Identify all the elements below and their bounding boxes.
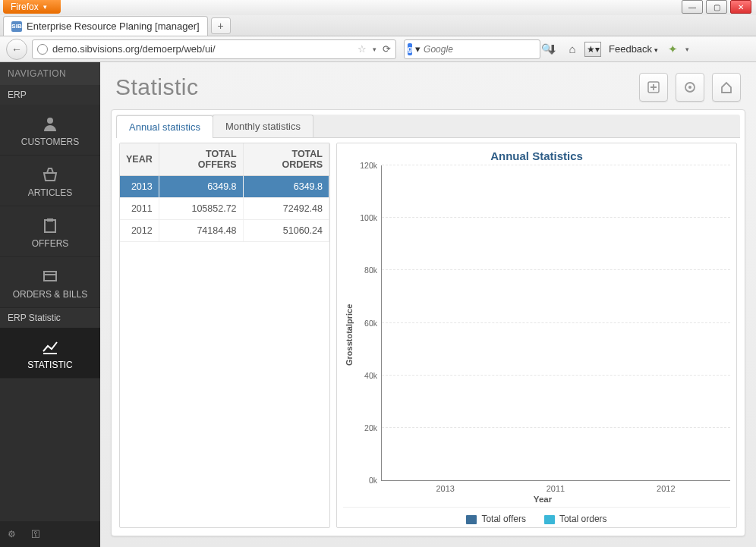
add-button[interactable]: [639, 73, 668, 102]
browser-tab-title: Enterprise Resource Planing [manager]: [27, 20, 200, 32]
addon-dropdown-icon[interactable]: ▾: [685, 46, 689, 53]
tab-favicon-icon: SIB: [11, 21, 22, 32]
customers-icon: [41, 115, 59, 132]
cell-orders: 51060.24: [243, 220, 329, 242]
cell-orders: 6349.8: [243, 176, 329, 198]
offers-icon: [41, 217, 59, 234]
url-bar[interactable]: ☆ ▾ ⟳: [32, 39, 396, 59]
panel-tabs: Annual statistics Monthly statistics: [116, 115, 740, 138]
chart-ytick: 60k: [364, 319, 377, 328]
annual-statistics-chart: Annual Statistics Grosstotalprice 0k20k4…: [336, 143, 737, 528]
statistics-table[interactable]: YEAR TOTAL OFFERS TOTAL ORDERS 20136349.…: [119, 143, 330, 528]
basket-icon: [41, 166, 59, 183]
col-orders[interactable]: TOTAL ORDERS: [243, 143, 329, 176]
url-history-dropdown-icon[interactable]: ▾: [371, 46, 378, 53]
window-close-button[interactable]: ✕: [730, 0, 751, 14]
svg-rect-3: [44, 272, 56, 281]
col-year[interactable]: YEAR: [120, 143, 159, 176]
bookmarks-menu-button[interactable]: ★▾: [584, 42, 601, 57]
settings-gear-icon[interactable]: ⚙: [8, 529, 16, 539]
tab-annual-statistics[interactable]: Annual statistics: [116, 115, 213, 138]
svg-point-0: [47, 118, 53, 124]
svg-point-6: [688, 86, 691, 89]
home-icon[interactable]: ⌂: [565, 42, 580, 55]
cell-offers: 74184.48: [159, 220, 243, 242]
chart-ytick: 100k: [360, 213, 377, 222]
legend-item[interactable]: Total orders: [544, 514, 607, 524]
cell-offers: 6349.8: [159, 176, 243, 198]
sidebar-item-customers[interactable]: CUSTOMERS: [0, 105, 100, 156]
home-button[interactable]: [712, 73, 741, 102]
sidebar-item-orders-bills[interactable]: ORDERS & BILLS: [0, 257, 100, 308]
bookmark-star-icon[interactable]: ☆: [358, 43, 367, 55]
sidebar: NAVIGATION ERP CUSTOMERS ARTICLES OFFERS…: [0, 62, 100, 547]
legend-item[interactable]: Total offers: [466, 514, 525, 524]
downloads-icon[interactable]: ⬇: [545, 42, 560, 56]
table-header-row: YEAR TOTAL OFFERS TOTAL ORDERS: [120, 143, 329, 176]
search-engine-dropdown-icon[interactable]: ▾: [415, 43, 421, 55]
cell-offers: 105852.72: [159, 198, 243, 220]
cell-year: 2013: [120, 176, 159, 198]
addon-extension-icon[interactable]: ✦: [666, 42, 681, 56]
statistic-icon: [41, 338, 59, 355]
browser-tab[interactable]: SIB Enterprise Resource Planing [manager…: [3, 16, 208, 36]
browser-tabstrip: SIB Enterprise Resource Planing [manager…: [0, 15, 756, 36]
sidebar-item-label: OFFERS: [32, 238, 69, 249]
sidebar-item-label: STATISTIC: [27, 360, 73, 370]
tab-monthly-statistics[interactable]: Monthly statistics: [213, 115, 313, 137]
search-engine-icon[interactable]: g: [408, 43, 412, 55]
sidebar-group-erp-statistic[interactable]: ERP Statistic: [0, 308, 100, 328]
chart-ytick: 20k: [364, 423, 377, 432]
chart-x-axis-label: Year: [355, 495, 730, 504]
svg-rect-2: [47, 218, 53, 222]
cell-year: 2012: [120, 220, 159, 242]
nav-back-button[interactable]: ←: [6, 39, 27, 60]
sidebar-item-label: ORDERS & BILLS: [13, 289, 88, 300]
target-icon: [683, 80, 697, 94]
chart-ytick: 40k: [364, 371, 377, 380]
url-input[interactable]: [52, 43, 353, 55]
svg-rect-1: [45, 220, 55, 232]
cell-orders: 72492.48: [243, 198, 329, 220]
table-row[interactable]: 201274184.4851060.24: [120, 220, 329, 242]
orders-icon: [41, 268, 59, 285]
chart-ytick: 0k: [369, 476, 377, 485]
sidebar-item-statistic[interactable]: STATISTIC: [0, 328, 100, 379]
key-icon[interactable]: ⚿: [31, 529, 40, 539]
table-row[interactable]: 2011105852.7272492.48: [120, 198, 329, 220]
sidebar-header: NAVIGATION: [0, 62, 100, 85]
chart-ytick: 80k: [364, 266, 377, 275]
search-input[interactable]: [424, 44, 538, 55]
cell-year: 2011: [120, 198, 159, 220]
chart-xtick: 2011: [521, 484, 590, 493]
search-bar[interactable]: g ▾ 🔍: [404, 39, 540, 59]
chart-ytick: 120k: [360, 161, 377, 170]
col-offers[interactable]: TOTAL OFFERS: [159, 143, 243, 176]
feedback-menu[interactable]: Feedback: [606, 43, 661, 55]
sidebar-item-label: CUSTOMERS: [21, 137, 79, 147]
new-tab-button[interactable]: +: [211, 17, 231, 34]
chart-y-axis-label: Grosstotalprice: [343, 165, 355, 504]
refresh-button[interactable]: [676, 73, 704, 102]
firefox-menu-button[interactable]: Firefox: [3, 0, 61, 14]
window-minimize-button[interactable]: —: [682, 0, 703, 14]
reload-button[interactable]: ⟳: [383, 43, 391, 55]
globe-icon: [37, 44, 48, 55]
sidebar-item-label: ARTICLES: [28, 187, 72, 198]
sidebar-group-erp[interactable]: ERP: [0, 85, 100, 105]
chart-xtick: 2013: [411, 484, 480, 493]
chart-title: Annual Statistics: [343, 149, 730, 162]
sidebar-item-offers[interactable]: OFFERS: [0, 206, 100, 257]
house-icon: [720, 80, 733, 94]
sidebar-item-articles[interactable]: ARTICLES: [0, 156, 100, 206]
plus-icon: [647, 80, 660, 94]
window-maximize-button[interactable]: ▢: [706, 0, 727, 14]
browser-toolbar: ← ☆ ▾ ⟳ g ▾ 🔍 ⬇ ⌂ ★▾ Feedback ✦ ▾: [0, 36, 756, 62]
page-title: Statistic: [115, 74, 199, 100]
chart-xtick: 2012: [632, 484, 700, 493]
table-row[interactable]: 20136349.86349.8: [120, 176, 329, 198]
